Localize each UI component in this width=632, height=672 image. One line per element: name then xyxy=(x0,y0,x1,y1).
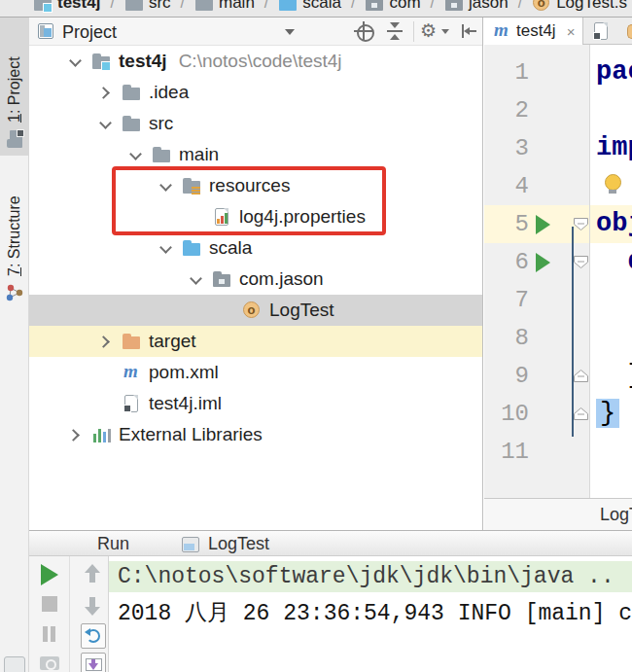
gear-icon[interactable]: ⚙ xyxy=(420,20,449,42)
line-number: 6 xyxy=(484,243,529,281)
stripe-button-label: 1: Project xyxy=(6,56,23,123)
editor-line-7[interactable]: 7 xyxy=(484,281,632,319)
line-number: 7 xyxy=(484,281,529,319)
dump-toggle[interactable] xyxy=(81,653,106,672)
chevron-expanded-icon[interactable] xyxy=(96,115,114,132)
ide-window: test4j/src/main/scala/com/jason/oLogTest… xyxy=(0,0,632,672)
editor-line-5[interactable]: 5object xyxy=(484,205,632,243)
tree-row-test4j[interactable]: test4jC:\notos\code\test4j xyxy=(29,46,482,77)
close-icon[interactable]: × xyxy=(567,23,576,40)
console-line: C:\notos\software\jdk\jdk\bin\java .. xyxy=(109,561,632,592)
folder-icon xyxy=(194,0,214,13)
code-text: object xyxy=(596,205,632,243)
package-icon xyxy=(444,0,464,13)
lightbulb-icon[interactable] xyxy=(605,174,620,195)
tree-row-src[interactable]: src xyxy=(29,108,482,139)
chevron-collapsed-icon[interactable] xyxy=(96,333,114,350)
run-arrow-icon[interactable] xyxy=(536,215,550,234)
editor-line-4[interactable]: 4 xyxy=(484,167,632,205)
editor-line-1[interactable]: 1package xyxy=(484,53,632,91)
tree-row-label: test4j.iml xyxy=(149,393,222,414)
breadcrumb-label: com xyxy=(389,0,420,13)
breadcrumb-item-test4j[interactable]: test4j xyxy=(33,0,100,13)
breadcrumb-item-scala[interactable]: scala xyxy=(278,0,341,13)
camera-icon[interactable] xyxy=(40,656,59,670)
run-arrow-icon[interactable] xyxy=(536,253,550,272)
stop-icon[interactable] xyxy=(42,596,57,612)
breadcrumb-bar: test4j/src/main/scala/com/jason/oLogTest… xyxy=(0,0,632,18)
code-text: def xyxy=(596,243,632,281)
tree-row-label: test4j xyxy=(119,51,167,72)
breadcrumb-item-main[interactable]: main xyxy=(194,0,255,13)
stripe-button-project[interactable]: 1: Project xyxy=(0,18,29,156)
editor-line-9[interactable]: 9 } xyxy=(484,357,632,395)
tree-row-com-jason[interactable]: com.jason xyxy=(29,264,482,295)
pause-icon[interactable] xyxy=(42,626,57,642)
project-panel-header: Project ⚙ xyxy=(29,18,482,46)
tree-row-label: .idea xyxy=(149,82,189,103)
tree-row-external-libraries[interactable]: External Libraries xyxy=(29,419,482,450)
tree-row-label: scala xyxy=(209,237,252,259)
tree-row-path: C:\notos\code\test4j xyxy=(179,51,342,72)
stripe-button-content: 1: Project xyxy=(0,18,29,156)
breadcrumb-label: LogTest.s xyxy=(556,0,627,13)
project-folder-icon xyxy=(33,0,53,13)
rerun-icon[interactable] xyxy=(41,564,58,585)
breadcrumb-label: src xyxy=(149,0,171,13)
up-arrow-icon[interactable] xyxy=(85,564,100,584)
chevron-collapsed-icon[interactable] xyxy=(66,426,84,443)
line-number: 4 xyxy=(484,167,529,205)
fold-marker-icon[interactable] xyxy=(573,369,589,383)
run-toolbar xyxy=(29,556,109,672)
chevron-expanded-icon[interactable] xyxy=(157,239,174,257)
stripe-button-content: 7: Structure xyxy=(0,171,29,309)
editor-line-8[interactable]: 8 xyxy=(484,319,632,357)
editor-line-3[interactable]: 3import xyxy=(484,129,632,167)
editor-lines[interactable]: 1package23import45object6 def789 }10}11 xyxy=(484,45,632,498)
editor-breadcrumb[interactable]: LogTest xyxy=(600,499,632,530)
line-number: 3 xyxy=(484,129,529,167)
project-tree[interactable]: test4jC:\notos\code\test4j.ideasrcmainre… xyxy=(29,46,482,530)
down-arrow-icon[interactable] xyxy=(85,595,100,616)
locate-file-icon[interactable] xyxy=(354,21,373,41)
run-tab-icon xyxy=(181,535,200,554)
collapse-all-icon[interactable] xyxy=(387,21,403,41)
fold-marker-icon[interactable] xyxy=(573,255,589,269)
editor-line-2[interactable]: 2 xyxy=(484,91,632,129)
editor-tab-test4j[interactable]: mtest4j× xyxy=(484,18,583,45)
breadcrumb-item-src[interactable]: src xyxy=(124,0,171,13)
tree-row-target[interactable]: target xyxy=(29,326,482,357)
editor-breadcrumb-bar: LogTest xyxy=(484,498,632,530)
editor-line-11[interactable]: 11 xyxy=(484,433,632,471)
tree-row-scala[interactable]: scala xyxy=(29,232,482,264)
run-tab-logtest[interactable]: LogTest xyxy=(175,532,275,556)
rerun-auto-toggle[interactable] xyxy=(81,623,106,649)
project-tool-window: Project ⚙ test4jC:\notos\code\test4j.ide… xyxy=(29,18,483,530)
line-number: 1 xyxy=(484,53,529,91)
tree-row--idea[interactable]: .idea xyxy=(29,77,482,108)
fold-marker-icon[interactable] xyxy=(573,407,589,421)
breadcrumb-item-jason[interactable]: jason xyxy=(444,0,509,13)
stripe-button-structure[interactable]: 7: Structure xyxy=(0,171,29,309)
breadcrumb-item-logtest-s[interactable]: oLogTest.s xyxy=(532,0,627,13)
chevron-expanded-icon[interactable] xyxy=(126,146,144,163)
chevron-collapsed-icon[interactable] xyxy=(96,84,114,101)
chevron-expanded-icon[interactable] xyxy=(66,53,84,70)
editor-tab-next[interactable] xyxy=(583,18,618,45)
console-output[interactable]: C:\notos\software\jdk\jdk\bin\java ..201… xyxy=(109,556,632,672)
editor-line-6[interactable]: 6 def xyxy=(484,243,632,281)
hide-panel-icon[interactable] xyxy=(460,21,479,41)
chevron-expanded-icon[interactable] xyxy=(187,270,204,288)
ext-lib-icon xyxy=(91,425,111,444)
stripe-button-label: 7: Structure xyxy=(6,195,23,276)
tree-row-pom-xml[interactable]: mpom.xml xyxy=(29,357,482,388)
fold-marker-icon[interactable] xyxy=(573,217,589,231)
tree-row-label: pom.xml xyxy=(149,362,219,383)
tree-row-logtest[interactable]: oLogTest xyxy=(29,295,482,326)
editor-line-10[interactable]: 10} xyxy=(484,395,632,433)
package-icon xyxy=(212,269,231,289)
tree-row-test4j-iml[interactable]: test4j.iml xyxy=(29,388,482,419)
run-tab-label: LogTest xyxy=(208,534,269,554)
breadcrumb-item-com[interactable]: com xyxy=(365,0,420,13)
chevron-down-icon[interactable] xyxy=(285,29,295,35)
